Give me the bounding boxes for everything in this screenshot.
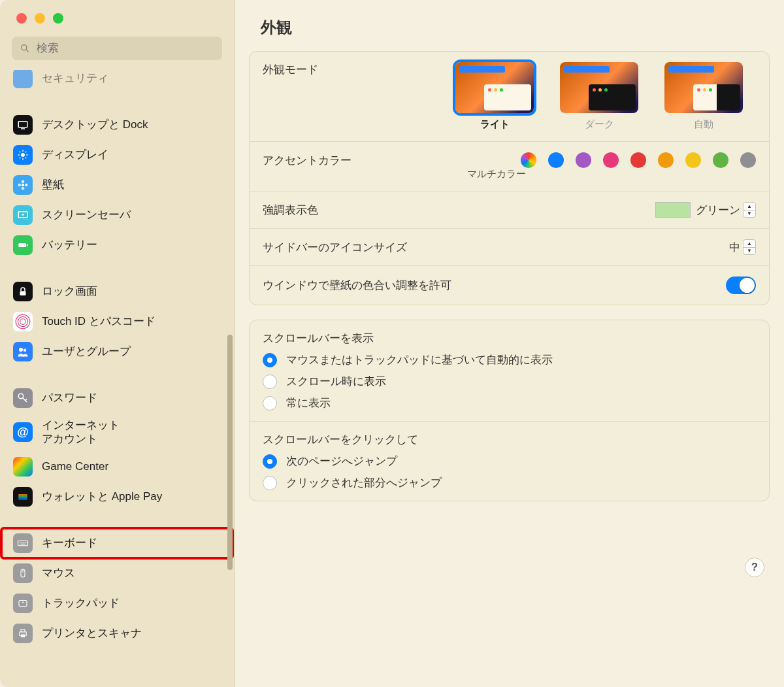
sidebar-item-label: ロック画面 [42, 284, 97, 298]
mouse-icon [13, 563, 33, 583]
appearance-option-auto[interactable]: 自動 [664, 62, 743, 131]
accent-multicolor[interactable] [521, 152, 536, 168]
appearance-card: 外観モード ライト ダーク 自動 [249, 51, 770, 305]
appearance-mode-label: 外観モード [263, 62, 455, 77]
flower-icon [13, 175, 33, 195]
scrollbar-click-radio-next-page[interactable]: 次のページへジャンプ [263, 454, 442, 469]
wallpaper-tinting-toggle[interactable] [726, 276, 756, 294]
svg-rect-39 [20, 543, 25, 544]
svg-rect-36 [22, 542, 23, 543]
svg-rect-20 [18, 243, 26, 247]
shield-icon [13, 70, 33, 88]
appearance-option-label: 自動 [694, 118, 713, 131]
svg-point-17 [25, 184, 28, 187]
svg-point-26 [19, 348, 23, 352]
sidebar-item-label: ウォレットと Apple Pay [42, 490, 162, 503]
sidebar-item-keyboard[interactable]: キーボード [1, 528, 233, 558]
svg-line-10 [25, 158, 27, 159]
svg-point-24 [18, 316, 27, 326]
keyboard-icon [13, 533, 33, 553]
gamecenter-icon [13, 457, 33, 477]
main-content: 外観 外観モード ライト ダーク 自動 [235, 0, 784, 687]
sidebar-item-battery[interactable]: バッテリー [7, 230, 227, 260]
fingerprint-icon [13, 312, 33, 331]
sidebar-item-trackpad[interactable]: トラックパッド [7, 588, 227, 618]
sidebar-item-label: キーボード [42, 536, 97, 550]
sidebar: セキュリティ デスクトップと Dock ディスプレイ 壁紙 スクリーンセーバ バ… [0, 0, 235, 687]
close-window-button[interactable] [16, 13, 27, 24]
sidebar-item-desktop-dock[interactable]: デスクトップと Dock [7, 110, 227, 140]
svg-line-30 [25, 399, 27, 401]
search-input[interactable] [35, 41, 214, 56]
sidebar-item-passwords[interactable]: パスワード [7, 383, 227, 413]
battery-icon [13, 235, 33, 255]
radio-label: クリックされた部分へジャンプ [286, 475, 442, 490]
appearance-option-light[interactable]: ライト [455, 62, 534, 131]
appearance-preview-light [455, 62, 534, 113]
radio-bullet-icon [263, 353, 277, 367]
sidebar-item-lockscreen[interactable]: ロック画面 [7, 276, 227, 307]
trackpad-icon [13, 594, 33, 613]
accent-green[interactable] [713, 152, 728, 168]
search-field[interactable] [12, 37, 222, 60]
sidebar-item-display[interactable]: ディスプレイ [7, 140, 227, 170]
help-button[interactable]: ? [745, 558, 764, 577]
svg-line-9 [20, 152, 21, 153]
sidebar-item-screensaver[interactable]: スクリーンセーバ [7, 200, 227, 230]
scrollbar-radio-scrolling[interactable]: スクロール時に表示 [263, 374, 553, 389]
appearance-option-dark[interactable]: ダーク [560, 62, 638, 131]
zoom-window-button[interactable] [53, 13, 63, 24]
lock-icon [13, 282, 33, 301]
svg-rect-35 [20, 542, 21, 543]
show-scrollbars-radio-group: マウスまたはトラックパッドに基づいて自動的に表示 スクロール時に表示 常に表示 [263, 352, 553, 411]
minimize-window-button[interactable] [35, 13, 45, 24]
svg-line-11 [20, 158, 21, 159]
svg-rect-42 [19, 600, 27, 606]
scrollbar-radio-always[interactable]: 常に表示 [263, 395, 553, 411]
sidebar-item-security[interactable]: セキュリティ [7, 70, 227, 93]
accent-red[interactable] [630, 152, 646, 168]
svg-point-13 [22, 184, 25, 187]
radio-label: スクロール時に表示 [286, 374, 386, 389]
sidebar-icon-size-dropdown[interactable]: ▲▼ [743, 239, 756, 255]
sidebar-item-label: マウス [42, 566, 75, 580]
sidebar-item-label: Touch ID とパスコード [42, 314, 155, 328]
sidebar-item-touchid[interactable]: Touch ID とパスコード [7, 307, 227, 337]
radio-bullet-icon [263, 454, 277, 469]
accent-purple[interactable] [576, 152, 591, 168]
accent-orange[interactable] [658, 152, 674, 168]
at-icon: @ [13, 422, 33, 442]
svg-rect-3 [21, 128, 25, 129]
scrollbar-radio-auto[interactable]: マウスまたはトラックパッドに基づいて自動的に表示 [263, 352, 553, 367]
svg-line-12 [25, 152, 27, 153]
svg-point-14 [22, 180, 25, 184]
click-scrollbar-label: スクロールバーをクリックして [263, 432, 418, 447]
sidebar-item-mouse[interactable]: マウス [7, 558, 227, 588]
accent-blue[interactable] [548, 152, 564, 168]
chevron-up-icon: ▲ [743, 203, 755, 210]
sidebar-item-wallet[interactable]: ウォレットと Apple Pay [7, 482, 227, 512]
scrollbar-thumb[interactable] [227, 335, 233, 570]
accent-yellow[interactable] [685, 152, 701, 168]
sidebar-item-users[interactable]: ユーザとグループ [7, 337, 227, 367]
svg-rect-37 [24, 542, 25, 543]
sidebar-item-internet-accounts[interactable]: @ インターネット アカウント [7, 413, 227, 452]
sidebar-list: セキュリティ デスクトップと Dock ディスプレイ 壁紙 スクリーンセーバ バ… [0, 70, 234, 687]
sidebar-item-gamecenter[interactable]: Game Center [7, 452, 227, 482]
accent-graphite[interactable] [740, 152, 756, 168]
sidebar-item-wallpaper[interactable]: 壁紙 [7, 170, 227, 200]
radio-label: マウスまたはトラックパッドに基づいて自動的に表示 [286, 352, 553, 367]
radio-label: 常に表示 [286, 395, 331, 411]
sidebar-item-label: セキュリティ [42, 71, 108, 85]
accent-pink[interactable] [603, 152, 619, 168]
highlight-color-swatch [655, 202, 691, 218]
sidebar-item-label: デスクトップと Dock [42, 118, 148, 131]
highlight-color-dropdown[interactable]: ▲▼ [743, 202, 756, 218]
sidebar-icon-size-label: サイドバーのアイコンサイズ [263, 240, 729, 255]
sidebar-item-label: プリンタとスキャナ [42, 626, 142, 640]
scrollbar-click-radio-jump[interactable]: クリックされた部分へジャンプ [263, 475, 442, 490]
accent-color-picker [521, 152, 756, 168]
page-title: 外観 [235, 0, 784, 51]
sidebar-item-printers[interactable]: プリンタとスキャナ [7, 618, 227, 648]
svg-point-4 [21, 153, 25, 157]
